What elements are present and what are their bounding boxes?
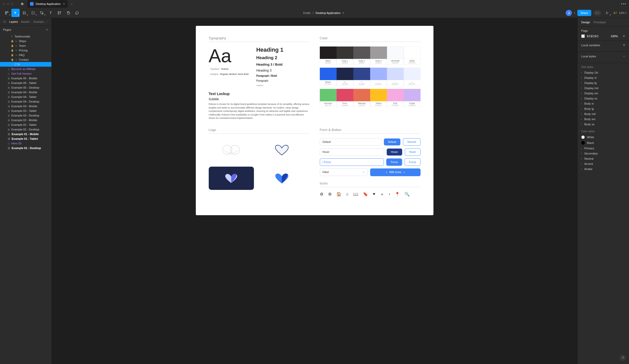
color-style-item[interactable]: ▸Neutral xyxy=(581,156,625,161)
text-style-item[interactable]: ▸Body xl xyxy=(581,101,625,106)
text-style-item[interactable]: ▸Display 2xl xyxy=(581,70,625,75)
dev-mode-toggle[interactable] xyxy=(593,10,601,16)
variables-settings-icon[interactable]: ⚙ xyxy=(623,43,625,47)
color-style-item[interactable]: Black xyxy=(581,140,625,146)
text-style-item[interactable]: ▸Display lg xyxy=(581,80,625,86)
zoom-control[interactable]: 14%▾ xyxy=(619,11,626,14)
close-window[interactable] xyxy=(3,3,5,5)
text-tool[interactable]: T xyxy=(46,9,55,17)
layer-item[interactable]: 🔒↳FAQ xyxy=(0,53,51,57)
app-menu-button[interactable]: ••• xyxy=(621,2,626,6)
layer-item[interactable]: ⊞Example 04 - Tablet xyxy=(0,95,51,99)
pen-tool[interactable]: ▾ xyxy=(38,9,46,17)
input-hover[interactable]: Hover xyxy=(320,148,384,156)
frame-icon: ⊞ xyxy=(8,114,10,117)
chevron-down-icon[interactable]: ▾ xyxy=(343,12,344,14)
design-tab[interactable]: Design xyxy=(581,21,590,24)
present-button[interactable]: ▾ xyxy=(603,9,611,17)
maximize-window[interactable] xyxy=(11,3,13,5)
add-page-button[interactable]: ＋ xyxy=(45,28,48,32)
text-style-item[interactable]: ▸Body xs xyxy=(581,122,625,127)
layer-item[interactable]: ⊞Example 02 - Desktop xyxy=(0,127,51,132)
layer-item[interactable]: 🔒↳Steps xyxy=(0,39,51,43)
text-style-item[interactable]: ▸Body sm xyxy=(581,117,625,122)
color-swatch: ---EEF2FF xyxy=(404,68,421,86)
home-button[interactable] xyxy=(19,0,26,7)
resources-tool[interactable] xyxy=(55,9,64,17)
breadcrumb-file[interactable]: Desktop Application xyxy=(315,11,340,14)
file-tab[interactable]: Desktop Application ✕ xyxy=(27,0,68,8)
button-primary-default[interactable]: Default xyxy=(384,138,400,145)
comment-tool[interactable] xyxy=(73,9,81,17)
layer-item[interactable]: ⊞Example 04 - Mobile xyxy=(0,90,51,95)
text-style-item[interactable]: ▸Display md xyxy=(581,86,625,91)
color-style-item[interactable]: ▸Avatar xyxy=(581,166,625,172)
assets-tab[interactable]: Assets xyxy=(21,20,29,23)
help-button[interactable]: ? xyxy=(620,355,626,361)
page-color-swatch[interactable] xyxy=(581,34,585,38)
layers-tab[interactable]: Layers xyxy=(9,20,18,23)
layer-item[interactable]: ⊞Example 02 - Mobile xyxy=(0,118,51,122)
layer-item[interactable]: ☰Example 01 - Mobile xyxy=(0,132,51,136)
user-avatar[interactable]: J xyxy=(566,10,572,16)
layer-item[interactable]: ⊞Example 05 - Mobile xyxy=(0,76,51,81)
share-button[interactable]: Share xyxy=(577,10,591,16)
input-default[interactable]: Default xyxy=(320,138,381,146)
page-color-hex[interactable]: ECECEC xyxy=(587,35,599,38)
input-focus[interactable]: | Focus xyxy=(320,158,384,166)
button-with-icons[interactable]: ＋With Icons＋ xyxy=(370,168,421,176)
layer-item[interactable]: ⊞Example 02 - Tablet xyxy=(0,122,51,127)
layer-item[interactable]: ☰Example 01 - Desktop xyxy=(0,146,51,150)
breadcrumb-parent[interactable]: Drafts xyxy=(303,11,310,14)
color-swatch: ErrorE14664 xyxy=(337,89,353,107)
text-style-item[interactable]: ▸Display xl xyxy=(581,75,625,80)
close-tab-button[interactable]: ✕ xyxy=(63,2,65,6)
canvas[interactable]: Typography Aa TypefaceRoboto WeightsRegu… xyxy=(52,18,577,364)
button-primary-focus[interactable]: Focus xyxy=(386,159,402,166)
button-secondary[interactable]: Second xyxy=(403,138,421,146)
layer-item[interactable]: ⊞Example 05 - Desktop xyxy=(0,85,51,90)
layer-item[interactable]: 🔒↳Pricing xyxy=(0,48,51,53)
missing-fonts-badge[interactable]: A? xyxy=(614,11,617,14)
layer-item[interactable]: ⊞Example 04 - Desktop xyxy=(0,99,51,104)
page-opacity[interactable]: 100% xyxy=(611,35,618,38)
layer-item[interactable]: ◇Hero 03 xyxy=(0,141,51,146)
frame-tool[interactable]: ▾ xyxy=(20,9,28,17)
color-style-item[interactable]: ▸Primary xyxy=(581,146,625,151)
layer-item[interactable]: ◇Become an Affiliate xyxy=(0,67,51,71)
layer-label: Example 03 - Tablet xyxy=(11,109,36,112)
button-secondary-focus[interactable]: Focus xyxy=(405,158,420,166)
color-style-item[interactable]: White xyxy=(581,134,625,140)
avatar-chevron[interactable]: ▾ xyxy=(574,12,575,14)
layer-item[interactable]: ⊞Example 05 - Tablet xyxy=(0,81,51,85)
new-tab-button[interactable]: ＋ xyxy=(70,2,73,6)
text-style-item[interactable]: ▸Body lg xyxy=(581,106,625,111)
text-style-item[interactable]: ▸Display sm xyxy=(581,91,625,96)
visibility-icon[interactable]: 👁 xyxy=(623,35,625,38)
color-style-item[interactable]: ▸Secondary xyxy=(581,151,625,156)
shape-tool[interactable]: ▾ xyxy=(29,9,37,17)
layer-item[interactable]: ☰Example 01 - Tablet xyxy=(0,136,51,141)
text-style-item[interactable]: ▸Display xs xyxy=(581,96,625,101)
button-primary-hover[interactable]: Hover xyxy=(387,149,402,156)
layer-item[interactable]: 🔒↳Contact xyxy=(0,57,51,62)
page-dropdown[interactable]: Example... ⌃ xyxy=(34,20,48,23)
hand-tool[interactable] xyxy=(64,9,72,17)
text-style-item[interactable]: ▸Body md xyxy=(581,111,625,117)
main-menu-button[interactable]: ▾ xyxy=(3,9,11,17)
input-filled[interactable]: Filled✓ xyxy=(320,168,368,176)
layer-item[interactable]: ↳CTA xyxy=(0,62,51,67)
layer-item[interactable]: ↳Testimonials xyxy=(0,34,51,39)
layer-item[interactable]: ⊞Example 03 - Desktop xyxy=(0,113,51,118)
layer-item[interactable]: ⊞Example 03 - Mobile xyxy=(0,104,51,109)
minimize-window[interactable] xyxy=(7,3,9,5)
button-secondary-hover[interactable]: Hover xyxy=(405,148,421,156)
move-tool[interactable]: ▾ xyxy=(11,9,20,17)
layer-item[interactable]: 🔒↳Team xyxy=(0,43,51,48)
layer-item[interactable]: ⊞Example 03 - Tablet xyxy=(0,109,51,113)
search-icon[interactable] xyxy=(3,20,6,23)
color-style-item[interactable]: ▸Accent xyxy=(581,161,625,166)
layer-item[interactable]: ◇Get Full Version xyxy=(0,71,51,76)
prototype-tab[interactable]: Prototype xyxy=(594,21,606,24)
add-style-button[interactable]: ＋ xyxy=(623,54,625,58)
